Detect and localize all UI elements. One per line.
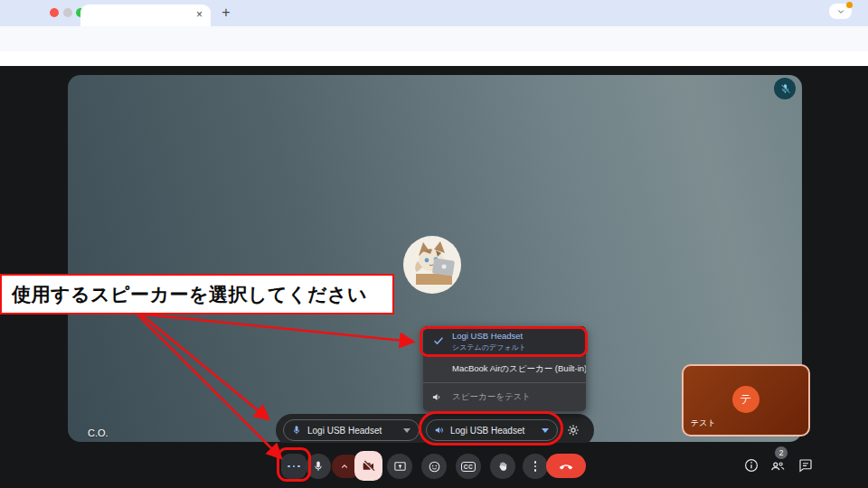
camera-options-chevron[interactable] bbox=[332, 455, 356, 478]
present-screen-icon bbox=[393, 460, 407, 474]
browser-tab[interactable]: × bbox=[80, 5, 211, 26]
cat-avatar-illustration bbox=[403, 236, 461, 294]
mic-off-icon bbox=[779, 83, 791, 95]
annotation-text: 使用するスピーカーを選択してください bbox=[12, 282, 367, 307]
emoji-smile-icon bbox=[428, 460, 441, 474]
pip-initial: テ bbox=[740, 391, 751, 408]
chevron-down-icon bbox=[836, 7, 845, 16]
traffic-light-minimize[interactable] bbox=[63, 8, 72, 17]
chevron-up-icon bbox=[340, 462, 349, 471]
new-tab-button[interactable]: + bbox=[216, 3, 236, 23]
participants-count: 2 bbox=[779, 448, 784, 457]
cc-icon: CC bbox=[461, 462, 476, 472]
mic-icon bbox=[312, 460, 325, 473]
menu-item-label: スピーカーをテスト bbox=[452, 391, 531, 403]
end-call-button[interactable] bbox=[546, 454, 586, 478]
menu-item-test-speaker[interactable]: スピーカーをテスト bbox=[423, 383, 586, 411]
chat-button[interactable] bbox=[797, 457, 814, 474]
speaker-icon bbox=[431, 391, 443, 403]
pip-avatar: テ bbox=[732, 386, 760, 413]
menu-item-macbook-speaker[interactable]: MacBook Airのスピーカー (Built-in) bbox=[423, 356, 586, 382]
info-button[interactable] bbox=[743, 457, 760, 474]
meet-stage: C.O. テ テスト bbox=[0, 66, 868, 443]
participants-count-badge: 2 bbox=[775, 446, 788, 459]
participants-button[interactable] bbox=[769, 458, 787, 474]
present-screen-button[interactable] bbox=[387, 454, 412, 479]
mic-device-dropdown[interactable]: Logi USB Headset bbox=[283, 419, 420, 441]
participant-avatar bbox=[403, 236, 461, 294]
annotation-callout: 使用するスピーカーを選択してください bbox=[0, 274, 394, 314]
pip-name-label: テスト bbox=[691, 418, 716, 429]
notification-dot bbox=[846, 2, 853, 8]
tab-strip: × + bbox=[0, 0, 868, 26]
more-controls-button[interactable] bbox=[523, 454, 548, 479]
settings-gear-icon[interactable] bbox=[566, 423, 580, 437]
camera-toggle-button-off[interactable] bbox=[354, 451, 382, 481]
browser-toolbar: ← → ☆ bbox=[0, 26, 868, 52]
highlight-box-more-options bbox=[277, 447, 311, 482]
raise-hand-button[interactable] bbox=[490, 454, 515, 479]
menu-item-label: MacBook Airのスピーカー (Built-in) bbox=[452, 363, 586, 375]
highlight-box-speaker-dropdown bbox=[419, 411, 563, 446]
mic-device-value: Logi USB Headset bbox=[307, 426, 382, 436]
bookmarks-bar bbox=[0, 52, 868, 66]
phone-hangup-icon bbox=[558, 458, 574, 474]
participant-name-label: C.O. bbox=[88, 427, 108, 438]
mic-muted-badge bbox=[774, 78, 796, 99]
browser-window: × + ← → ☆ C.O. bbox=[0, 0, 868, 488]
mic-icon bbox=[291, 425, 302, 436]
raised-hand-icon bbox=[496, 460, 509, 473]
pip-tile-test-participant[interactable]: テ テスト bbox=[682, 364, 810, 436]
reactions-button[interactable] bbox=[421, 454, 447, 479]
more-vert-icon bbox=[534, 461, 537, 472]
dropdown-caret-icon bbox=[403, 428, 410, 433]
highlight-box-menu-item bbox=[420, 326, 588, 357]
tab-close-icon[interactable]: × bbox=[196, 8, 203, 21]
traffic-light-close[interactable] bbox=[50, 8, 59, 17]
captions-button[interactable]: CC bbox=[456, 454, 481, 479]
camera-off-icon bbox=[362, 459, 376, 474]
meet-control-bar: 17:26 | rzb-jdsa-afd CC bbox=[0, 443, 868, 488]
